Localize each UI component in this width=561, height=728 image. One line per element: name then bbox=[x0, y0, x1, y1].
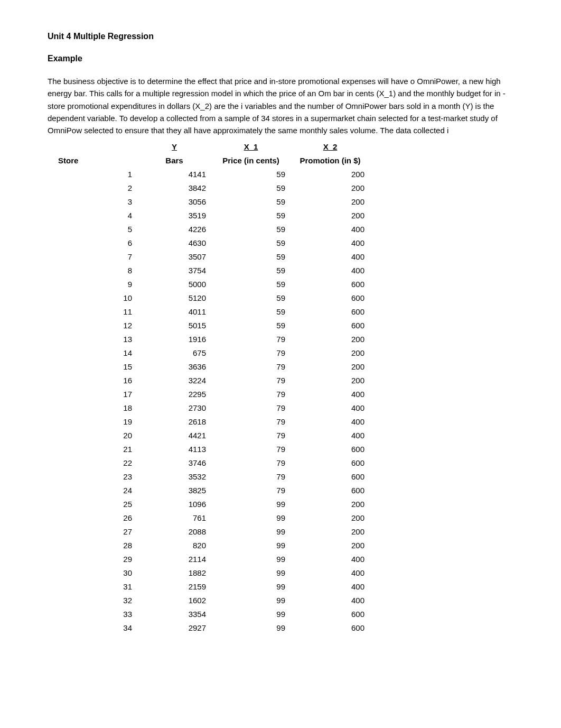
table-row: 20442179400 bbox=[58, 428, 370, 442]
cell-promotion: 600 bbox=[291, 277, 370, 291]
cell-promotion: 600 bbox=[291, 483, 370, 497]
cell-price: 59 bbox=[211, 167, 291, 181]
cell-store: 6 bbox=[58, 236, 137, 250]
cell-price: 59 bbox=[211, 236, 291, 250]
page-title: Unit 4 Multiple Regression bbox=[48, 32, 513, 41]
cell-price: 79 bbox=[211, 456, 291, 469]
cell-store: 3 bbox=[58, 195, 137, 208]
cell-bars: 2088 bbox=[137, 524, 211, 538]
cell-bars: 5015 bbox=[137, 318, 211, 332]
cell-store: 17 bbox=[58, 387, 137, 401]
col-var-x2: X_2 bbox=[291, 140, 370, 153]
cell-bars: 4141 bbox=[137, 167, 211, 181]
cell-store: 11 bbox=[58, 305, 137, 318]
table-row: 17229579400 bbox=[58, 387, 370, 401]
cell-bars: 820 bbox=[137, 538, 211, 552]
cell-promotion: 200 bbox=[291, 167, 370, 181]
cell-store: 4 bbox=[58, 208, 137, 222]
cell-price: 59 bbox=[211, 250, 291, 263]
cell-bars: 2927 bbox=[137, 621, 211, 634]
cell-store: 18 bbox=[58, 401, 137, 414]
cell-price: 59 bbox=[211, 222, 291, 236]
table-row: 29211499400 bbox=[58, 552, 370, 566]
table-row: 10512059600 bbox=[58, 291, 370, 305]
cell-promotion: 200 bbox=[291, 360, 370, 373]
section-title: Example bbox=[48, 54, 513, 63]
table-row: 31215999400 bbox=[58, 579, 370, 593]
cell-store: 32 bbox=[58, 593, 137, 607]
col-var-y: Y bbox=[137, 140, 211, 153]
cell-bars: 3507 bbox=[137, 250, 211, 263]
cell-promotion: 600 bbox=[291, 607, 370, 621]
col-var-x1: X_1 bbox=[211, 140, 291, 153]
cell-price: 99 bbox=[211, 566, 291, 579]
table-row: 8375459400 bbox=[58, 263, 370, 277]
table-row: 23353279600 bbox=[58, 469, 370, 483]
cell-store: 31 bbox=[58, 579, 137, 593]
table-row: 22374679600 bbox=[58, 456, 370, 469]
table-row: 30188299400 bbox=[58, 566, 370, 579]
cell-price: 79 bbox=[211, 346, 291, 360]
cell-store: 14 bbox=[58, 346, 137, 360]
cell-promotion: 400 bbox=[291, 401, 370, 414]
cell-bars: 4630 bbox=[137, 236, 211, 250]
cell-store: 2 bbox=[58, 181, 137, 195]
cell-price: 79 bbox=[211, 414, 291, 428]
cell-price: 99 bbox=[211, 497, 291, 511]
cell-bars: 2730 bbox=[137, 401, 211, 414]
cell-bars: 3224 bbox=[137, 373, 211, 387]
cell-bars: 761 bbox=[137, 511, 211, 524]
table-row: 6463059400 bbox=[58, 236, 370, 250]
cell-promotion: 200 bbox=[291, 538, 370, 552]
cell-price: 99 bbox=[211, 524, 291, 538]
cell-price: 99 bbox=[211, 593, 291, 607]
cell-promotion: 200 bbox=[291, 181, 370, 195]
cell-promotion: 600 bbox=[291, 442, 370, 456]
table-row: 15363679200 bbox=[58, 360, 370, 373]
cell-store: 5 bbox=[58, 222, 137, 236]
cell-promotion: 200 bbox=[291, 524, 370, 538]
cell-bars: 5000 bbox=[137, 277, 211, 291]
cell-promotion: 400 bbox=[291, 593, 370, 607]
cell-store: 34 bbox=[58, 621, 137, 634]
cell-price: 99 bbox=[211, 511, 291, 524]
cell-promotion: 400 bbox=[291, 387, 370, 401]
cell-promotion: 400 bbox=[291, 222, 370, 236]
cell-store: 27 bbox=[58, 524, 137, 538]
cell-store: 8 bbox=[58, 263, 137, 277]
cell-store: 23 bbox=[58, 469, 137, 483]
cell-price: 79 bbox=[211, 387, 291, 401]
cell-store: 7 bbox=[58, 250, 137, 263]
cell-price: 79 bbox=[211, 373, 291, 387]
col-price: Price (in cents) bbox=[211, 153, 291, 167]
cell-bars: 4113 bbox=[137, 442, 211, 456]
cell-price: 59 bbox=[211, 305, 291, 318]
table-row: 2384259200 bbox=[58, 181, 370, 195]
cell-bars: 2159 bbox=[137, 579, 211, 593]
cell-store: 25 bbox=[58, 497, 137, 511]
cell-promotion: 400 bbox=[291, 250, 370, 263]
table-row: 33335499600 bbox=[58, 607, 370, 621]
data-table: Y X_1 X_2 Store Bars Price (in cents) Pr… bbox=[58, 140, 370, 634]
cell-bars: 3825 bbox=[137, 483, 211, 497]
cell-promotion: 200 bbox=[291, 511, 370, 524]
cell-price: 59 bbox=[211, 277, 291, 291]
cell-promotion: 200 bbox=[291, 195, 370, 208]
cell-promotion: 400 bbox=[291, 428, 370, 442]
cell-bars: 5120 bbox=[137, 291, 211, 305]
cell-bars: 1602 bbox=[137, 593, 211, 607]
cell-store: 1 bbox=[58, 167, 137, 181]
cell-store: 22 bbox=[58, 456, 137, 469]
cell-store: 33 bbox=[58, 607, 137, 621]
table-row: 18273079400 bbox=[58, 401, 370, 414]
cell-store: 10 bbox=[58, 291, 137, 305]
cell-store: 13 bbox=[58, 332, 137, 346]
cell-promotion: 600 bbox=[291, 469, 370, 483]
cell-promotion: 400 bbox=[291, 579, 370, 593]
cell-bars: 1882 bbox=[137, 566, 211, 579]
cell-bars: 3519 bbox=[137, 208, 211, 222]
cell-promotion: 600 bbox=[291, 305, 370, 318]
col-promotion: Promotion (in $) bbox=[291, 153, 370, 167]
cell-store: 15 bbox=[58, 360, 137, 373]
table-row: 2676199200 bbox=[58, 511, 370, 524]
